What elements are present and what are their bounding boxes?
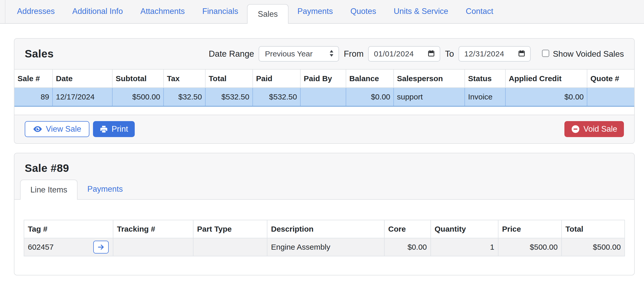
col-price: Price [498, 220, 562, 238]
cell-price: $500.00 [498, 238, 562, 256]
to-label: To [445, 49, 454, 59]
record-tab-bar: Addresses Additional Info Attachments Fi… [0, 0, 644, 24]
date-range-selected-value: Previous Year [265, 49, 329, 58]
col-paid: Paid [253, 70, 300, 88]
cell-total: $532.50 [205, 88, 253, 106]
page-content: Sales Date Range Previous Year From 01/0… [0, 24, 644, 275]
col-date: Date [53, 70, 112, 88]
sale-detail-title: Sale #89 [25, 162, 624, 174]
tab-addresses[interactable]: Addresses [8, 0, 63, 23]
cell-core: $0.00 [384, 238, 431, 256]
sales-card-footer: View Sale Print [14, 115, 634, 143]
col-core: Core [384, 220, 431, 238]
col-line-total: Total [562, 220, 625, 238]
sale-detail-card: Sale #89 Line Items Payments Tag # Track… [14, 153, 635, 275]
cell-line-total: $500.00 [562, 238, 625, 256]
col-quote-number: Quote # [587, 70, 634, 88]
sales-table-row[interactable]: 89 12/17/2024 $500.00 $32.50 $532.50 $53… [14, 88, 634, 106]
select-caret-icon [329, 50, 334, 58]
minus-circle-icon [571, 125, 580, 133]
col-subtotal: Subtotal [112, 70, 164, 88]
void-sale-label: Void Sale [583, 124, 617, 134]
cell-salesperson: support [394, 88, 465, 106]
tab-line-items[interactable]: Line Items [20, 180, 78, 200]
sales-card: Sales Date Range Previous Year From 01/0… [14, 38, 635, 144]
tab-contact[interactable]: Contact [457, 0, 502, 23]
to-date-value: 12/31/2024 [464, 49, 518, 58]
col-description: Description [267, 220, 384, 238]
col-tag-number: Tag # [24, 220, 113, 238]
line-items-header-row: Tag # Tracking # Part Type Description C… [24, 220, 625, 238]
tag-number-value: 602457 [28, 243, 93, 251]
cell-description: Engine Assembly [267, 238, 384, 256]
col-balance: Balance [346, 70, 394, 88]
sales-table: Sale # Date Subtotal Tax Total Paid Paid… [14, 70, 634, 107]
printer-icon [100, 125, 108, 133]
show-voided-sales-checkbox[interactable] [542, 50, 549, 57]
tab-payments[interactable]: Payments [289, 0, 342, 23]
col-salesperson: Salesperson [394, 70, 465, 88]
tab-quotes[interactable]: Quotes [342, 0, 385, 23]
void-sale-button[interactable]: Void Sale [564, 121, 624, 137]
to-date-input[interactable]: 12/31/2024 [459, 46, 531, 62]
col-quantity: Quantity [431, 220, 498, 238]
date-range-label: Date Range [209, 49, 254, 59]
calendar-icon[interactable] [427, 49, 435, 58]
cell-status: Invoice [465, 88, 505, 106]
sales-filters: Date Range Previous Year From 01/01/2024 [209, 46, 624, 62]
tab-sale-payments[interactable]: Payments [78, 179, 133, 199]
cell-tracking-number [113, 238, 193, 256]
col-total: Total [205, 70, 253, 88]
date-range-select[interactable]: Previous Year [259, 46, 339, 62]
sales-card-header: Sales Date Range Previous Year From 01/0… [14, 39, 634, 70]
col-sale-number: Sale # [14, 70, 53, 88]
calendar-icon[interactable] [518, 49, 526, 58]
from-date-input[interactable]: 01/01/2024 [368, 46, 440, 62]
tab-units-service[interactable]: Units & Service [385, 0, 457, 23]
print-button[interactable]: Print [93, 121, 135, 137]
line-items-panel: Tag # Tracking # Part Type Description C… [14, 200, 634, 275]
col-status: Status [465, 70, 505, 88]
cell-subtotal: $500.00 [112, 88, 164, 106]
tab-financials[interactable]: Financials [193, 0, 247, 23]
col-tracking-number: Tracking # [113, 220, 193, 238]
cell-balance: $0.00 [346, 88, 394, 106]
table-empty-space [14, 107, 634, 115]
col-applied-credit: Applied Credit [505, 70, 587, 88]
print-label: Print [112, 124, 128, 134]
tab-sales[interactable]: Sales [247, 4, 289, 24]
from-date-value: 01/01/2024 [374, 49, 427, 58]
line-item-row: 602457 Engine Assembly $0.00 [24, 238, 625, 256]
sales-card-title: Sales [25, 48, 54, 60]
eye-icon [33, 124, 42, 134]
show-voided-sales-label: Show Voided Sales [553, 49, 624, 59]
show-voided-sales-toggle[interactable]: Show Voided Sales [542, 49, 624, 59]
cell-paid-by [300, 88, 346, 106]
cell-applied-credit: $0.00 [505, 88, 587, 106]
cell-tag-number: 602457 [24, 238, 113, 256]
cell-sale-number: 89 [14, 88, 53, 106]
view-sale-label: View Sale [46, 124, 81, 134]
sales-table-header-row: Sale # Date Subtotal Tax Total Paid Paid… [14, 70, 634, 88]
view-sale-button[interactable]: View Sale [25, 121, 89, 137]
cell-date: 12/17/2024 [53, 88, 112, 106]
sale-detail-header: Sale #89 Line Items Payments [14, 153, 634, 200]
tab-additional-info[interactable]: Additional Info [63, 0, 131, 23]
col-tax: Tax [164, 70, 205, 88]
cell-tax: $32.50 [164, 88, 205, 106]
col-part-type: Part Type [193, 220, 267, 238]
tab-attachments[interactable]: Attachments [132, 0, 193, 23]
go-to-tag-button[interactable] [93, 241, 109, 254]
from-label: From [344, 49, 363, 59]
line-items-table: Tag # Tracking # Part Type Description C… [24, 220, 625, 256]
cell-part-type [193, 238, 267, 256]
col-paid-by: Paid By [300, 70, 346, 88]
sale-detail-tabs: Line Items Payments [20, 179, 624, 199]
cell-paid: $532.50 [253, 88, 300, 106]
cell-quantity: 1 [431, 238, 498, 256]
cell-quote-number [587, 88, 634, 106]
